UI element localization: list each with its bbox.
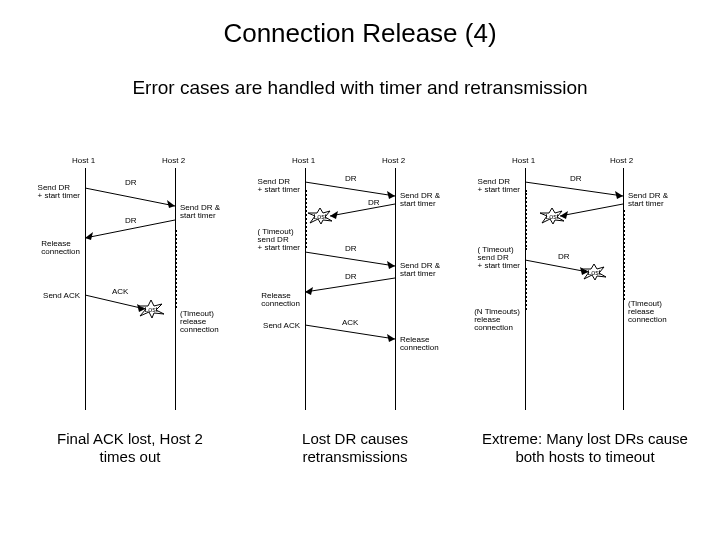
svg-line-4 xyxy=(85,295,145,309)
arrow-dr-1 xyxy=(85,188,175,206)
host2-event: Send DR & start timer xyxy=(400,262,440,278)
caption-3: Extreme: Many lost DRs cause both hosts … xyxy=(480,430,690,466)
svg-line-23 xyxy=(525,260,588,272)
svg-line-16 xyxy=(305,325,395,339)
host2-event: (Timeout) release connection xyxy=(628,300,667,324)
timer-dots xyxy=(305,190,307,248)
page-subtitle: Error cases are handled with timer and r… xyxy=(0,77,720,99)
host2-event: Send DR & start timer xyxy=(180,204,220,220)
host2-event: Send DR & start timer xyxy=(628,192,668,208)
host2-timeline xyxy=(395,168,396,410)
diagram-panel-3: Host 1 Host 2 DR Lost DR Lost Send DR + … xyxy=(470,160,690,420)
lost-burst-icon: Lost xyxy=(582,264,606,280)
caption-2: Lost DR causes retransmissions xyxy=(260,430,450,466)
msg-ack: ACK xyxy=(112,287,128,296)
diagram-panel-2: Host 1 Host 2 DR DR Lost DR DR ACK Send … xyxy=(250,160,460,420)
msg-dr: DR xyxy=(125,216,137,225)
svg-line-0 xyxy=(85,188,175,206)
host1-event: Send DR + start timer xyxy=(258,178,300,194)
timer-dots xyxy=(525,190,527,250)
svg-marker-1 xyxy=(167,200,175,208)
svg-line-9 xyxy=(330,204,395,216)
host2-label: Host 2 xyxy=(610,156,633,165)
svg-marker-3 xyxy=(85,232,93,240)
msg-dr: DR xyxy=(368,198,380,207)
host1-event: ( Timeout) send DR + start timer xyxy=(478,246,520,270)
svg-marker-13 xyxy=(387,261,395,269)
host1-label: Host 1 xyxy=(292,156,315,165)
host1-event: (N Timeouts) release connection xyxy=(474,308,520,332)
svg-marker-19 xyxy=(615,191,623,199)
diagram-panel-1: Host 1 Host 2 DR DR ACK Lost Send DR + s… xyxy=(30,160,240,420)
arrow-dr-2a xyxy=(305,182,395,196)
arrow-dr-lost-3a xyxy=(560,204,623,216)
host2-event: (Timeout) release connection xyxy=(180,310,219,334)
svg-line-20 xyxy=(560,204,623,216)
host1-event: Release connection xyxy=(261,292,300,308)
arrow-ack-2 xyxy=(305,325,395,339)
lost-burst-icon: Lost xyxy=(308,208,332,224)
diagram-row: Host 1 Host 2 DR DR ACK Lost Send DR + s… xyxy=(30,160,690,420)
svg-marker-15 xyxy=(305,287,313,295)
host1-event: ( Timeout) send DR + start timer xyxy=(258,228,300,252)
msg-dr: DR xyxy=(125,178,137,187)
lost-burst-icon: Lost xyxy=(138,300,164,318)
host2-event: Release connection xyxy=(400,336,439,352)
msg-dr: DR xyxy=(570,174,582,183)
msg-dr: DR xyxy=(345,272,357,281)
svg-marker-17 xyxy=(387,334,395,342)
host1-event: Send ACK xyxy=(43,292,80,300)
arrow-dr-lost-2 xyxy=(330,204,395,216)
msg-dr: DR xyxy=(558,252,570,261)
msg-dr: DR xyxy=(345,244,357,253)
host1-event: Send ACK xyxy=(263,322,300,330)
lost-burst-icon: Lost xyxy=(540,208,564,224)
arrow-dr-3a xyxy=(525,182,623,196)
msg-ack: ACK xyxy=(342,318,358,327)
caption-1: Final ACK lost, Host 2 times out xyxy=(40,430,220,466)
host1-event: Send DR + start timer xyxy=(478,178,520,194)
host1-event: Release connection xyxy=(41,240,80,256)
host2-event: Send DR & start timer xyxy=(400,192,440,208)
host2-label: Host 2 xyxy=(162,156,185,165)
page-title: Connection Release (4) xyxy=(0,18,720,49)
timer-dots xyxy=(175,230,177,308)
msg-dr: DR xyxy=(345,174,357,183)
svg-line-12 xyxy=(305,252,395,266)
host2-label: Host 2 xyxy=(382,156,405,165)
timer-dots xyxy=(525,268,527,310)
svg-marker-8 xyxy=(387,191,395,199)
timer-dots xyxy=(623,210,625,300)
arrow-dr-2b xyxy=(305,252,395,266)
host1-label: Host 1 xyxy=(512,156,535,165)
arrow-ack-1 xyxy=(85,295,145,309)
host1-label: Host 1 xyxy=(72,156,95,165)
svg-line-18 xyxy=(525,182,623,196)
host1-event: Send DR + start timer xyxy=(38,184,80,200)
svg-line-7 xyxy=(305,182,395,196)
arrow-dr-3b xyxy=(525,260,588,272)
